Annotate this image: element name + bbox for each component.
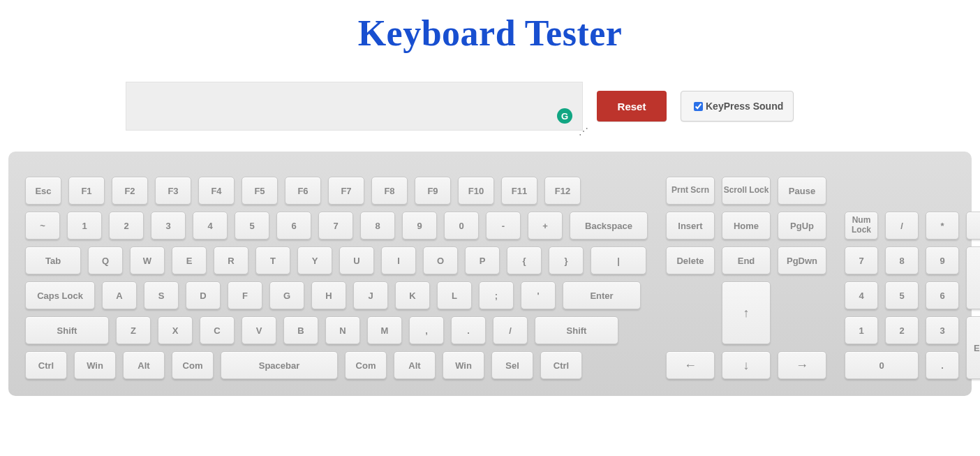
key-k[interactable]: K <box>395 281 430 309</box>
key-numpad-0[interactable]: 0 <box>845 351 919 379</box>
key-f[interactable]: F <box>228 281 262 309</box>
key-h[interactable]: H <box>311 281 346 309</box>
key-numpad-decimal[interactable]: . <box>926 351 959 379</box>
key-numpad-divide[interactable]: / <box>885 212 919 240</box>
reset-button[interactable]: Reset <box>597 91 667 122</box>
key-enter[interactable]: Enter <box>563 281 641 309</box>
key-f12[interactable]: F12 <box>544 177 581 205</box>
key-sel[interactable]: Sel <box>491 351 533 379</box>
key-d[interactable]: D <box>186 281 221 309</box>
key-r[interactable]: R <box>214 247 248 274</box>
grammarly-icon[interactable]: G <box>557 108 572 124</box>
key-ralt[interactable]: Alt <box>394 351 436 379</box>
key-0[interactable]: 0 <box>444 212 479 240</box>
key-f11[interactable]: F11 <box>501 177 537 205</box>
key-backspace[interactable]: Backspace <box>570 212 648 240</box>
keypress-textarea[interactable] <box>126 82 583 131</box>
key-lalt[interactable]: Alt <box>123 351 165 379</box>
key-7[interactable]: 7 <box>318 212 353 240</box>
key-9[interactable]: 9 <box>402 212 437 240</box>
key-c[interactable]: C <box>200 316 235 344</box>
key-w[interactable]: W <box>130 247 165 274</box>
key-arrow-up[interactable]: ↑ <box>722 281 771 344</box>
key-rshift[interactable]: Shift <box>535 316 618 344</box>
key-8[interactable]: 8 <box>360 212 395 240</box>
key-lwin[interactable]: Win <box>74 351 116 379</box>
key-capslock[interactable]: Caps Lock <box>25 281 95 309</box>
key-v[interactable]: V <box>242 316 276 344</box>
key-6[interactable]: 6 <box>276 212 311 240</box>
key-rctrl[interactable]: Ctrl <box>540 351 582 379</box>
key-slash[interactable]: / <box>493 316 528 344</box>
key-m[interactable]: M <box>367 316 402 344</box>
key-x[interactable]: X <box>158 316 193 344</box>
key-z[interactable]: Z <box>116 316 151 344</box>
key-pgup[interactable]: PgUp <box>778 212 826 240</box>
key-scrolllock[interactable]: Scroll Lock <box>722 177 771 205</box>
key-numpad-1[interactable]: 1 <box>845 316 878 344</box>
key-s[interactable]: S <box>144 281 179 309</box>
key-minus[interactable]: - <box>486 212 521 240</box>
key-b[interactable]: B <box>283 316 318 344</box>
key-e[interactable]: E <box>172 247 207 274</box>
key-i[interactable]: I <box>381 247 416 274</box>
keypress-sound-checkbox[interactable] <box>694 102 703 111</box>
key-plus[interactable]: + <box>528 212 563 240</box>
key-5[interactable]: 5 <box>235 212 269 240</box>
key-numpad-add[interactable]: + <box>966 247 980 309</box>
keypress-sound-toggle[interactable]: KeyPress Sound <box>681 91 794 122</box>
key-pipe[interactable]: | <box>591 247 646 274</box>
key-a[interactable]: A <box>102 281 137 309</box>
key-4[interactable]: 4 <box>193 212 228 240</box>
key-l[interactable]: L <box>437 281 472 309</box>
key-numlock[interactable]: Num Lock <box>845 212 878 240</box>
key-pause[interactable]: Pause <box>778 177 826 205</box>
key-3[interactable]: 3 <box>151 212 186 240</box>
key-numpad-6[interactable]: 6 <box>926 281 959 309</box>
key-esc[interactable]: Esc <box>25 177 61 205</box>
key-f7[interactable]: F7 <box>328 177 364 205</box>
key-numpad-8[interactable]: 8 <box>885 247 919 274</box>
key-insert[interactable]: Insert <box>666 212 715 240</box>
key-pgdn[interactable]: PgDwn <box>778 247 826 274</box>
key-arrow-right[interactable]: → <box>778 351 826 379</box>
key-u[interactable]: U <box>339 247 374 274</box>
key-numpad-3[interactable]: 3 <box>926 316 959 344</box>
key-p[interactable]: P <box>465 247 500 274</box>
key-rcom[interactable]: Com <box>345 351 387 379</box>
key-end[interactable]: End <box>722 247 771 274</box>
key-lcom[interactable]: Com <box>172 351 214 379</box>
key-rbracket[interactable]: } <box>549 247 584 274</box>
key-semicolon[interactable]: ; <box>479 281 514 309</box>
key-delete[interactable]: Delete <box>666 247 715 274</box>
key-f2[interactable]: F2 <box>112 177 148 205</box>
key-numpad-subtract[interactable]: - <box>966 212 980 240</box>
key-spacebar[interactable]: Spacebar <box>221 351 338 379</box>
key-f8[interactable]: F8 <box>371 177 408 205</box>
key-f9[interactable]: F9 <box>415 177 451 205</box>
key-numpad-5[interactable]: 5 <box>885 281 919 309</box>
key-comma[interactable]: , <box>409 316 444 344</box>
key-tilde[interactable]: ~ <box>25 212 60 240</box>
key-2[interactable]: 2 <box>109 212 144 240</box>
key-numpad-enter[interactable]: Entr <box>966 316 980 379</box>
key-numpad-2[interactable]: 2 <box>885 316 919 344</box>
key-arrow-left[interactable]: ← <box>666 351 715 379</box>
key-tab[interactable]: Tab <box>25 247 81 274</box>
key-1[interactable]: 1 <box>67 212 102 240</box>
key-numpad-9[interactable]: 9 <box>926 247 959 274</box>
key-q[interactable]: Q <box>88 247 123 274</box>
key-f4[interactable]: F4 <box>198 177 235 205</box>
key-period[interactable]: . <box>451 316 486 344</box>
key-numpad-7[interactable]: 7 <box>845 247 878 274</box>
key-home[interactable]: Home <box>722 212 771 240</box>
key-lctrl[interactable]: Ctrl <box>25 351 67 379</box>
key-t[interactable]: T <box>255 247 290 274</box>
key-n[interactable]: N <box>325 316 360 344</box>
key-printscreen[interactable]: Prnt Scrn <box>666 177 715 205</box>
key-f1[interactable]: F1 <box>68 177 105 205</box>
key-f6[interactable]: F6 <box>285 177 321 205</box>
key-numpad-multiply[interactable]: * <box>926 212 959 240</box>
key-rwin[interactable]: Win <box>443 351 484 379</box>
key-f10[interactable]: F10 <box>458 177 494 205</box>
